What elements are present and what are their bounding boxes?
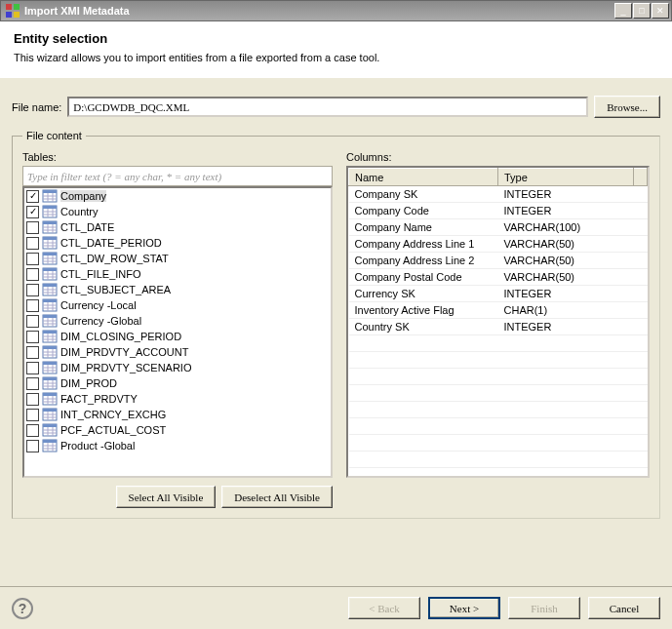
checkbox[interactable]: ✓	[26, 190, 39, 203]
browse-button[interactable]: Browse...	[594, 96, 660, 118]
column-row[interactable]: Inventory Active FlagCHAR(1)	[349, 302, 648, 319]
table-row[interactable]: INT_CRNCY_EXCHG	[24, 407, 331, 422]
checkbox[interactable]	[26, 346, 39, 359]
column-name: Country SK	[349, 319, 498, 335]
close-button[interactable]: ✕	[652, 3, 669, 19]
table-icon	[42, 423, 58, 437]
table-name: Country	[60, 206, 99, 217]
table-row[interactable]: CTL_DATE	[24, 219, 331, 235]
column-row[interactable]: Company Address Line 2VARCHAR(50)	[349, 253, 648, 269]
checkbox[interactable]	[26, 409, 39, 421]
columns-label: Columns:	[346, 151, 650, 163]
svg-rect-95	[43, 424, 57, 427]
table-name: CTL_SUBJECT_AREA	[60, 284, 171, 295]
table-row[interactable]: CTL_DATE_PERIOD	[24, 235, 331, 251]
column-name: Inventory Active Flag	[349, 302, 498, 319]
table-name: Product -Global	[60, 440, 135, 452]
table-name: Company	[60, 190, 106, 202]
table-row[interactable]: DIM_PRDVTY_ACCOUNT	[24, 344, 331, 360]
help-button[interactable]: ?	[12, 598, 33, 619]
column-type: CHAR(1)	[498, 302, 634, 319]
table-row[interactable]: CTL_SUBJECT_AREA	[24, 282, 331, 297]
checkbox[interactable]	[26, 315, 39, 328]
checkbox[interactable]	[26, 362, 39, 374]
table-name: DIM_PRDVTY_SCENARIO	[60, 362, 191, 373]
empty-row	[349, 402, 648, 418]
table-row[interactable]: CTL_FILE_INFO	[24, 266, 331, 282]
table-row[interactable]: FACT_PRDVTY	[24, 391, 331, 407]
svg-rect-47	[43, 299, 57, 302]
column-row[interactable]: Company NameVARCHAR(100)	[349, 219, 648, 236]
table-row[interactable]: Product -Global	[24, 438, 331, 453]
column-name: Company Postal Code	[349, 269, 498, 286]
column-row[interactable]: Company SKINTEGER	[349, 186, 648, 203]
empty-row	[349, 468, 648, 479]
column-row[interactable]: Country SKINTEGER	[349, 319, 648, 335]
table-row[interactable]: Currency -Global	[24, 313, 331, 329]
column-name: Currency SK	[349, 286, 498, 302]
column-type: VARCHAR(50)	[498, 236, 634, 253]
checkbox[interactable]	[26, 331, 39, 343]
empty-row	[349, 385, 648, 402]
column-name: Company Address Line 2	[349, 253, 498, 269]
column-row[interactable]: Company Address Line 1VARCHAR(50)	[349, 236, 648, 253]
checkbox[interactable]	[26, 221, 39, 234]
checkbox[interactable]	[26, 268, 39, 281]
table-row[interactable]: PCF_ACTUAL_COST	[24, 422, 331, 438]
table-icon	[42, 236, 58, 250]
checkbox[interactable]	[26, 424, 39, 437]
table-row[interactable]: ✓Company	[24, 188, 331, 204]
column-row[interactable]: Company Postal CodeVARCHAR(50)	[349, 269, 648, 286]
svg-rect-101	[43, 440, 57, 443]
svg-rect-11	[43, 206, 57, 209]
column-type: INTEGER	[498, 203, 634, 219]
checkbox[interactable]	[26, 299, 39, 312]
filename-input[interactable]	[67, 97, 588, 117]
checkbox[interactable]: ✓	[26, 206, 39, 218]
table-row[interactable]: DIM_PROD	[24, 375, 331, 391]
svg-rect-71	[43, 362, 57, 365]
next-button[interactable]: Next >	[428, 597, 500, 619]
maximize-button[interactable]: □	[633, 3, 651, 19]
table-name: Currency -Global	[60, 315, 141, 327]
app-icon	[5, 3, 20, 19]
table-row[interactable]: ✓Country	[24, 204, 331, 219]
filter-input[interactable]	[22, 166, 333, 186]
column-type: INTEGER	[498, 319, 634, 335]
table-name: DIM_PROD	[60, 377, 117, 389]
file-content-legend: File content	[22, 130, 86, 141]
checkbox[interactable]	[26, 440, 39, 452]
table-row[interactable]: Currency -Local	[24, 297, 331, 313]
empty-row	[349, 418, 648, 435]
column-name: Company Name	[349, 219, 498, 236]
table-row[interactable]: CTL_DW_ROW_STAT	[24, 251, 331, 266]
svg-rect-3	[14, 12, 20, 18]
table-row[interactable]: DIM_PRDVTY_SCENARIO	[24, 360, 331, 375]
column-row[interactable]: Company CodeINTEGER	[349, 203, 648, 219]
column-row[interactable]: Currency SKINTEGER	[349, 286, 648, 302]
column-name: Company SK	[349, 186, 498, 203]
svg-rect-53	[43, 315, 57, 318]
table-row[interactable]: DIM_CLOSING_PERIOD	[24, 329, 331, 344]
table-name: CTL_DATE	[60, 221, 114, 233]
columns-table: Name Type Company SKINTEGERCompany CodeI…	[346, 166, 650, 478]
select-all-button[interactable]: Select All Visible	[116, 486, 217, 508]
checkbox[interactable]	[26, 237, 39, 250]
tables-list[interactable]: ✓Company✓CountryCTL_DATECTL_DATE_PERIODC…	[22, 186, 333, 478]
minimize-button[interactable]: _	[614, 3, 632, 19]
table-name: DIM_CLOSING_PERIOD	[60, 331, 181, 342]
table-icon	[42, 439, 58, 452]
titlebar: Import XMI Metadata _ □ ✕	[0, 0, 672, 21]
checkbox[interactable]	[26, 377, 39, 390]
svg-rect-89	[43, 409, 57, 412]
column-header-type[interactable]: Type	[498, 169, 634, 186]
column-header-name[interactable]: Name	[349, 169, 498, 186]
cancel-button[interactable]: Cancel	[588, 597, 660, 619]
checkbox[interactable]	[26, 284, 39, 296]
checkbox[interactable]	[26, 253, 39, 265]
column-type: VARCHAR(50)	[498, 269, 634, 286]
back-button[interactable]: < Back	[348, 597, 420, 619]
deselect-all-button[interactable]: Deselect All Visible	[221, 486, 333, 508]
checkbox[interactable]	[26, 393, 39, 406]
finish-button[interactable]: Finish	[508, 597, 580, 619]
